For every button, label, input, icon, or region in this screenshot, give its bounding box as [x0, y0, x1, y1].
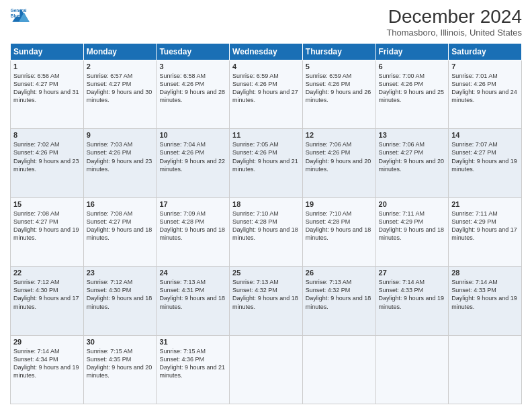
day-info: Sunrise: 7:13 AM Sunset: 4:31 PM Dayligh…	[159, 278, 226, 311]
calendar-cell: 20 Sunrise: 7:11 AM Sunset: 4:29 PM Dayl…	[375, 197, 449, 266]
day-number: 15	[13, 200, 81, 208]
calendar-cell: 5 Sunrise: 6:59 AM Sunset: 4:26 PM Dayli…	[302, 60, 375, 128]
header-row: Sunday Monday Tuesday Wednesday Thursday…	[11, 43, 522, 60]
day-info: Sunrise: 6:56 AM Sunset: 4:27 PM Dayligh…	[13, 72, 81, 105]
calendar-cell: 2 Sunrise: 6:57 AM Sunset: 4:27 PM Dayli…	[83, 60, 157, 128]
calendar-cell: 26 Sunrise: 7:13 AM Sunset: 4:32 PM Dayl…	[302, 267, 375, 335]
title-block: December 2024 Thomasboro, Illinois, Unit…	[386, 7, 522, 38]
calendar-cell: 14 Sunrise: 7:07 AM Sunset: 4:27 PM Dayl…	[449, 129, 522, 197]
calendar-cell: 7 Sunrise: 7:01 AM Sunset: 4:26 PM Dayli…	[449, 60, 522, 128]
logo: General Blue	[10, 7, 32, 26]
col-saturday: Saturday	[449, 43, 522, 60]
main-title: December 2024	[386, 7, 522, 28]
day-number: 7	[451, 62, 519, 71]
day-info: Sunrise: 7:04 AM Sunset: 4:26 PM Dayligh…	[159, 140, 226, 173]
calendar-cell: 9 Sunrise: 7:03 AM Sunset: 4:26 PM Dayli…	[83, 129, 157, 197]
calendar-cell: 13 Sunrise: 7:06 AM Sunset: 4:27 PM Dayl…	[375, 129, 449, 197]
col-thursday: Thursday	[302, 43, 375, 60]
day-info: Sunrise: 7:12 AM Sunset: 4:30 PM Dayligh…	[87, 278, 154, 311]
calendar-cell: 6 Sunrise: 7:00 AM Sunset: 4:26 PM Dayli…	[375, 60, 449, 128]
day-info: Sunrise: 7:14 AM Sunset: 4:34 PM Dayligh…	[13, 347, 81, 380]
day-info: Sunrise: 6:57 AM Sunset: 4:27 PM Dayligh…	[87, 72, 154, 105]
day-info: Sunrise: 6:59 AM Sunset: 4:26 PM Dayligh…	[232, 72, 300, 105]
day-number: 30	[87, 338, 154, 346]
day-number: 16	[87, 200, 154, 208]
day-info: Sunrise: 7:15 AM Sunset: 4:36 PM Dayligh…	[159, 347, 226, 380]
day-number: 1	[13, 62, 81, 71]
day-number: 20	[379, 200, 446, 208]
day-number: 26	[306, 269, 373, 277]
page: General Blue December 2024 Thomasboro, I…	[0, 0, 532, 411]
day-number: 27	[379, 269, 446, 277]
day-info: Sunrise: 7:15 AM Sunset: 4:35 PM Dayligh…	[87, 347, 154, 380]
col-friday: Friday	[375, 43, 449, 60]
day-number: 22	[13, 269, 81, 277]
col-monday: Monday	[83, 43, 157, 60]
day-info: Sunrise: 7:10 AM Sunset: 4:28 PM Dayligh…	[306, 210, 373, 242]
day-info: Sunrise: 7:12 AM Sunset: 4:30 PM Dayligh…	[13, 278, 81, 311]
calendar-table: Sunday Monday Tuesday Wednesday Thursday…	[10, 43, 522, 404]
day-number: 17	[159, 200, 226, 208]
day-info: Sunrise: 7:05 AM Sunset: 4:26 PM Dayligh…	[232, 140, 300, 173]
day-info: Sunrise: 6:58 AM Sunset: 4:26 PM Dayligh…	[159, 72, 226, 105]
day-number: 23	[87, 269, 154, 277]
day-info: Sunrise: 7:06 AM Sunset: 4:26 PM Dayligh…	[306, 140, 373, 173]
day-number: 18	[232, 200, 300, 208]
day-number: 3	[159, 62, 226, 71]
day-info: Sunrise: 7:14 AM Sunset: 4:33 PM Dayligh…	[379, 278, 446, 311]
calendar-cell	[302, 335, 375, 404]
calendar-cell: 8 Sunrise: 7:02 AM Sunset: 4:26 PM Dayli…	[11, 129, 84, 197]
day-info: Sunrise: 7:14 AM Sunset: 4:33 PM Dayligh…	[451, 278, 519, 311]
day-info: Sunrise: 7:06 AM Sunset: 4:27 PM Dayligh…	[379, 140, 446, 173]
day-info: Sunrise: 6:59 AM Sunset: 4:26 PM Dayligh…	[306, 72, 373, 105]
calendar-cell: 24 Sunrise: 7:13 AM Sunset: 4:31 PM Dayl…	[157, 267, 230, 335]
day-number: 9	[87, 131, 154, 139]
day-info: Sunrise: 7:09 AM Sunset: 4:28 PM Dayligh…	[159, 210, 226, 242]
day-info: Sunrise: 7:10 AM Sunset: 4:28 PM Dayligh…	[232, 210, 300, 242]
day-number: 5	[306, 62, 373, 71]
day-info: Sunrise: 7:13 AM Sunset: 4:32 PM Dayligh…	[306, 278, 373, 311]
calendar-cell: 19 Sunrise: 7:10 AM Sunset: 4:28 PM Dayl…	[302, 197, 375, 266]
week-row-4: 22 Sunrise: 7:12 AM Sunset: 4:30 PM Dayl…	[11, 267, 522, 335]
calendar-cell: 21 Sunrise: 7:11 AM Sunset: 4:29 PM Dayl…	[449, 197, 522, 266]
col-sunday: Sunday	[11, 43, 84, 60]
day-number: 8	[13, 131, 81, 139]
day-info: Sunrise: 7:00 AM Sunset: 4:26 PM Dayligh…	[379, 72, 446, 105]
day-info: Sunrise: 7:02 AM Sunset: 4:26 PM Dayligh…	[13, 140, 81, 173]
calendar-cell: 29 Sunrise: 7:14 AM Sunset: 4:34 PM Dayl…	[11, 335, 84, 404]
calendar-cell	[375, 335, 449, 404]
day-number: 2	[87, 62, 154, 71]
calendar-header: Sunday Monday Tuesday Wednesday Thursday…	[11, 43, 522, 60]
day-number: 4	[232, 62, 300, 71]
calendar-cell: 28 Sunrise: 7:14 AM Sunset: 4:33 PM Dayl…	[449, 267, 522, 335]
day-info: Sunrise: 7:11 AM Sunset: 4:29 PM Dayligh…	[451, 210, 519, 242]
svg-text:General: General	[11, 8, 27, 13]
day-info: Sunrise: 7:01 AM Sunset: 4:26 PM Dayligh…	[451, 72, 519, 105]
day-info: Sunrise: 7:08 AM Sunset: 4:27 PM Dayligh…	[87, 210, 154, 242]
week-row-2: 8 Sunrise: 7:02 AM Sunset: 4:26 PM Dayli…	[11, 129, 522, 197]
calendar-cell: 22 Sunrise: 7:12 AM Sunset: 4:30 PM Dayl…	[11, 267, 84, 335]
logo-icon: General Blue	[10, 7, 32, 26]
svg-text:Blue: Blue	[11, 13, 20, 18]
day-number: 21	[451, 200, 519, 208]
day-number: 19	[306, 200, 373, 208]
calendar-cell: 4 Sunrise: 6:59 AM Sunset: 4:26 PM Dayli…	[230, 60, 303, 128]
calendar-cell: 23 Sunrise: 7:12 AM Sunset: 4:30 PM Dayl…	[83, 267, 157, 335]
calendar-cell: 31 Sunrise: 7:15 AM Sunset: 4:36 PM Dayl…	[157, 335, 230, 404]
calendar-cell: 18 Sunrise: 7:10 AM Sunset: 4:28 PM Dayl…	[230, 197, 303, 266]
col-wednesday: Wednesday	[230, 43, 303, 60]
day-number: 24	[159, 269, 226, 277]
week-row-5: 29 Sunrise: 7:14 AM Sunset: 4:34 PM Dayl…	[11, 335, 522, 404]
day-number: 29	[13, 338, 81, 346]
calendar-cell: 30 Sunrise: 7:15 AM Sunset: 4:35 PM Dayl…	[83, 335, 157, 404]
week-row-3: 15 Sunrise: 7:08 AM Sunset: 4:27 PM Dayl…	[11, 197, 522, 266]
day-info: Sunrise: 7:08 AM Sunset: 4:27 PM Dayligh…	[13, 210, 81, 242]
day-info: Sunrise: 7:07 AM Sunset: 4:27 PM Dayligh…	[451, 140, 519, 173]
calendar-cell: 15 Sunrise: 7:08 AM Sunset: 4:27 PM Dayl…	[11, 197, 84, 266]
calendar-cell: 1 Sunrise: 6:56 AM Sunset: 4:27 PM Dayli…	[11, 60, 84, 128]
calendar-cell: 25 Sunrise: 7:13 AM Sunset: 4:32 PM Dayl…	[230, 267, 303, 335]
calendar-cell: 16 Sunrise: 7:08 AM Sunset: 4:27 PM Dayl…	[83, 197, 157, 266]
day-number: 25	[232, 269, 300, 277]
day-number: 13	[379, 131, 446, 139]
day-info: Sunrise: 7:03 AM Sunset: 4:26 PM Dayligh…	[87, 140, 154, 173]
